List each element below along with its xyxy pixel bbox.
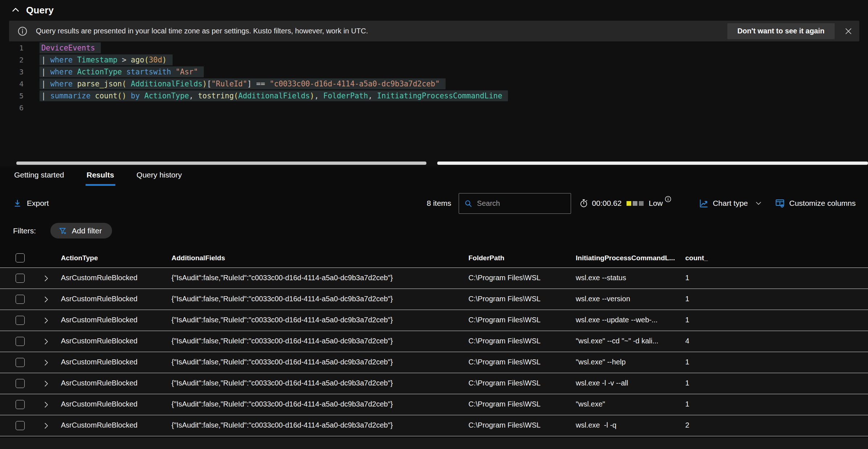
row-checkbox[interactable] bbox=[16, 337, 25, 346]
chevron-right-icon[interactable] bbox=[42, 317, 50, 324]
code-token: parse_json bbox=[77, 79, 122, 88]
row-checkbox[interactable] bbox=[16, 316, 25, 325]
table-row[interactable]: AsrCustomRuleBlocked {"IsAudit":false,"R… bbox=[0, 394, 868, 415]
code-token: | bbox=[41, 56, 50, 64]
row-checkbox[interactable] bbox=[16, 295, 25, 304]
row-checkbox[interactable] bbox=[16, 421, 25, 430]
column-header-count[interactable]: count_ bbox=[685, 254, 708, 262]
code-token: ( bbox=[144, 56, 149, 64]
code-line-text: | summarize count() by ActionType, tostr… bbox=[40, 90, 508, 101]
code-token: ActionType bbox=[144, 91, 189, 100]
chevron-right-icon[interactable] bbox=[42, 274, 50, 282]
cell-additionalfields: {"IsAudit":false,"RuleId":"c0033c00-d16d… bbox=[171, 337, 393, 345]
close-icon[interactable] bbox=[844, 27, 853, 36]
panel-horizontal-scrollbar[interactable] bbox=[437, 162, 868, 165]
code-token: () bbox=[117, 91, 127, 100]
line-number: 1 bbox=[0, 44, 34, 52]
code-token: count bbox=[95, 91, 117, 100]
cell-folderpath: C:\Program Files\WSL bbox=[468, 295, 541, 303]
code-line-text: DeviceEvents bbox=[40, 42, 101, 53]
chevron-right-icon[interactable] bbox=[42, 380, 50, 388]
code-token: > bbox=[122, 56, 131, 64]
cell-folderpath: C:\Program Files\WSL bbox=[468, 421, 541, 429]
cell-actiontype: AsrCustomRuleBlocked bbox=[61, 337, 137, 345]
kql-code-editor[interactable]: 1 DeviceEvents 2 | where Timestamp > ago… bbox=[0, 42, 868, 114]
chevron-right-icon[interactable] bbox=[42, 422, 50, 430]
export-button[interactable]: Export bbox=[13, 199, 49, 208]
code-token: InitiatingProcessCommandLine bbox=[377, 91, 503, 100]
items-count: 8 items bbox=[427, 199, 451, 208]
code-token: DeviceEvents bbox=[41, 44, 95, 52]
column-header-additionalfields[interactable]: AdditionalFields bbox=[171, 254, 225, 262]
cell-commandline: wsl.exe -l -q bbox=[576, 421, 616, 429]
cell-actiontype: AsrCustomRuleBlocked bbox=[61, 316, 137, 324]
cell-count: 1 bbox=[685, 400, 689, 408]
customize-columns-button[interactable]: Customize columns bbox=[775, 198, 856, 208]
cell-count: 1 bbox=[685, 274, 689, 282]
code-token: where bbox=[50, 79, 77, 88]
code-token: startswith bbox=[127, 68, 176, 76]
info-icon[interactable] bbox=[664, 195, 672, 203]
table-body: AsrCustomRuleBlocked {"IsAudit":false,"R… bbox=[0, 268, 868, 436]
filters-label: Filters: bbox=[13, 226, 36, 235]
timezone-info-banner: Query results are presented in your loca… bbox=[9, 21, 859, 41]
row-checkbox[interactable] bbox=[16, 358, 25, 367]
filter-plus-icon bbox=[58, 226, 67, 235]
cell-additionalfields: {"IsAudit":false,"RuleId":"c0033c00-d16d… bbox=[171, 400, 393, 408]
table-row[interactable]: AsrCustomRuleBlocked {"IsAudit":false,"R… bbox=[0, 352, 868, 373]
cell-actiontype: AsrCustomRuleBlocked bbox=[61, 421, 137, 429]
search-input[interactable] bbox=[477, 199, 566, 208]
row-checkbox[interactable] bbox=[16, 274, 25, 283]
chart-type-dropdown[interactable]: Chart type bbox=[699, 199, 762, 208]
query-panel: Query Query results are presented in you… bbox=[0, 0, 868, 166]
cell-additionalfields: {"IsAudit":false,"RuleId":"c0033c00-d16d… bbox=[171, 316, 393, 324]
tab-getting-started[interactable]: Getting started bbox=[13, 168, 65, 186]
code-token: | bbox=[41, 79, 50, 88]
table-row[interactable]: AsrCustomRuleBlocked {"IsAudit":false,"R… bbox=[0, 289, 868, 310]
table-row[interactable]: AsrCustomRuleBlocked {"IsAudit":false,"R… bbox=[0, 268, 868, 289]
table-row[interactable]: AsrCustomRuleBlocked {"IsAudit":false,"R… bbox=[0, 415, 868, 436]
chevron-right-icon[interactable] bbox=[42, 338, 50, 346]
cell-commandline: "wsl.exe" --cd "~" -d kali... bbox=[576, 337, 658, 345]
editor-horizontal-scrollbar[interactable] bbox=[16, 162, 426, 165]
code-token: ) bbox=[162, 56, 166, 64]
column-header-folderpath[interactable]: FolderPath bbox=[468, 254, 504, 262]
code-token: AdditionalFields bbox=[131, 79, 202, 88]
code-token: ) bbox=[202, 79, 207, 88]
table-row[interactable]: AsrCustomRuleBlocked {"IsAudit":false,"R… bbox=[0, 373, 868, 394]
chevron-right-icon[interactable] bbox=[42, 295, 50, 303]
row-checkbox[interactable] bbox=[16, 379, 25, 388]
export-label: Export bbox=[27, 199, 49, 208]
search-icon bbox=[464, 199, 472, 208]
cell-actiontype: AsrCustomRuleBlocked bbox=[61, 379, 137, 387]
tab-query-history[interactable]: Query history bbox=[136, 168, 183, 186]
code-token: FolderPath bbox=[323, 91, 368, 100]
tab-results[interactable]: Results bbox=[86, 168, 115, 186]
column-header-actiontype[interactable]: ActionType bbox=[61, 254, 98, 262]
table-row[interactable]: AsrCustomRuleBlocked {"IsAudit":false,"R… bbox=[0, 331, 868, 352]
dismiss-banner-button[interactable]: Don't want to see it again bbox=[727, 23, 835, 39]
chevron-up-icon[interactable] bbox=[11, 5, 20, 15]
banner-message: Query results are presented in your loca… bbox=[36, 27, 368, 35]
table-row[interactable]: AsrCustomRuleBlocked {"IsAudit":false,"R… bbox=[0, 310, 868, 331]
row-checkbox[interactable] bbox=[16, 400, 25, 409]
cell-folderpath: C:\Program Files\WSL bbox=[468, 400, 541, 408]
columns-gear-icon bbox=[775, 198, 785, 208]
code-token: where bbox=[50, 56, 77, 64]
table-horizontal-scrollbar[interactable] bbox=[0, 438, 868, 449]
code-token: ( bbox=[234, 91, 238, 100]
code-line: 2 | where Timestamp > ago(30d) bbox=[0, 54, 868, 66]
code-token: where bbox=[50, 68, 77, 76]
column-header-commandline[interactable]: InitiatingProcessCommandL... bbox=[576, 254, 675, 262]
code-line: 4 | where parse_json( AdditionalFields)[… bbox=[0, 78, 868, 90]
cell-commandline: wsl.exe -l -v --all bbox=[576, 379, 628, 387]
results-table: ActionType AdditionalFields FolderPath I… bbox=[0, 250, 868, 436]
chevron-right-icon[interactable] bbox=[42, 401, 50, 409]
add-filter-button[interactable]: Add filter bbox=[50, 223, 112, 238]
cell-count: 1 bbox=[685, 295, 689, 303]
chevron-right-icon[interactable] bbox=[42, 359, 50, 367]
cell-additionalfields: {"IsAudit":false,"RuleId":"c0033c00-d16d… bbox=[171, 274, 393, 282]
select-all-checkbox[interactable] bbox=[16, 253, 25, 262]
line-number: 2 bbox=[0, 56, 34, 64]
search-box[interactable] bbox=[459, 193, 571, 214]
